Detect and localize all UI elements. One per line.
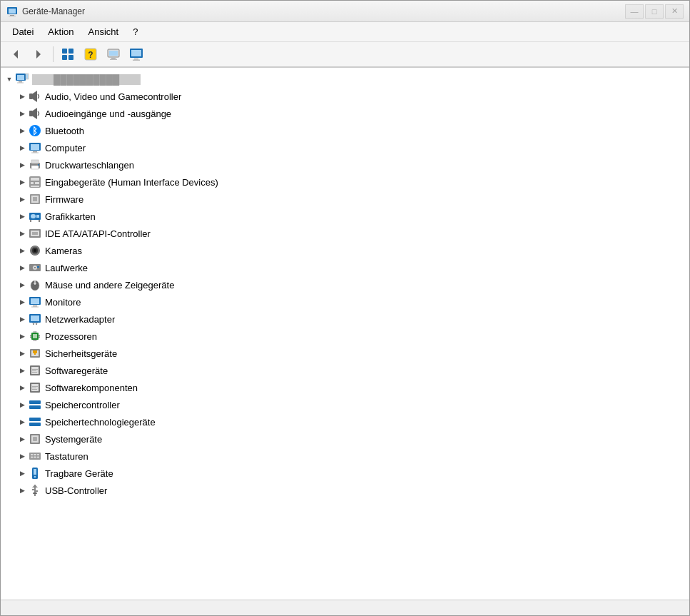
tree-item-drive[interactable]: Laufwerke <box>1 259 689 276</box>
tree-item-firmware[interactable]: Firmware <box>1 191 689 208</box>
svg-rect-115 <box>31 457 33 458</box>
tree-item-monitor[interactable]: Monitore <box>1 293 689 310</box>
svg-rect-125 <box>33 493 37 494</box>
tree-item-portable[interactable]: Tragbare Geräte <box>1 465 689 482</box>
expand-toggle-security[interactable] <box>16 348 28 359</box>
tree-item-storage-ctrl[interactable]: Speichercontroller <box>1 396 689 413</box>
expand-toggle-drive[interactable] <box>16 262 28 273</box>
label-system: Systemgeräte <box>45 434 102 445</box>
expand-toggle-ide[interactable] <box>16 228 28 239</box>
icon-software-comp <box>28 380 42 395</box>
tree-item-storage-tech[interactable]: Speichertechnologiegeräte <box>1 413 689 430</box>
expand-toggle-hid[interactable] <box>16 176 28 188</box>
label-security: Sicherheitsgeräte <box>45 348 117 359</box>
help-button[interactable]: ? <box>80 44 101 64</box>
svg-rect-93 <box>32 370 36 371</box>
expand-toggle-portable[interactable] <box>16 468 28 479</box>
hidden-devices-button[interactable] <box>103 44 124 64</box>
label-bluetooth: Bluetooth <box>45 126 84 136</box>
tree-item-security[interactable]: Sicherheitsgeräte <box>1 345 689 362</box>
svg-rect-38 <box>31 160 39 163</box>
expand-toggle-camera[interactable] <box>16 245 28 256</box>
label-mouse: Mäuse und andere Zeigegeräte <box>45 280 174 291</box>
tree-item-hid[interactable]: Eingabegeräte (Human Interface Devices) <box>1 173 689 191</box>
close-button[interactable]: ✕ <box>665 4 684 19</box>
label-cpu: Prozessoren <box>45 331 97 342</box>
expand-toggle-storage-ctrl[interactable] <box>16 399 28 410</box>
expand-toggle-storage-tech[interactable] <box>16 416 28 428</box>
scan-button[interactable] <box>126 44 147 64</box>
expand-toggle-software-dev[interactable] <box>16 365 28 376</box>
expand-toggle-keyboard[interactable] <box>16 450 28 462</box>
svg-rect-79 <box>30 337 31 338</box>
tree-item-software-comp[interactable]: Softwarekomponenten <box>1 379 689 396</box>
minimize-button[interactable]: — <box>625 4 644 19</box>
svg-rect-18 <box>134 59 138 60</box>
expand-toggle-network[interactable] <box>16 313 28 325</box>
tree-item-bluetooth[interactable]: ᛒ Bluetooth <box>1 122 689 139</box>
svg-rect-104 <box>29 418 41 421</box>
hidden-icon <box>106 47 121 61</box>
svg-rect-21 <box>17 75 24 80</box>
tree-item-camera[interactable]: Kameras <box>1 242 689 259</box>
expand-toggle-audioin[interactable] <box>16 108 28 119</box>
tree-item-ide[interactable]: IDE ATA/ATAPI-Controller <box>1 225 689 242</box>
root-expand-toggle[interactable] <box>4 74 15 85</box>
back-icon <box>9 48 22 61</box>
icon-mouse <box>28 278 42 292</box>
tree-item-audio[interactable]: Audio, Video und Gamecontroller <box>1 88 689 105</box>
tree-root-item[interactable]: ██████████ <box>1 71 689 88</box>
expand-toggle-firmware[interactable] <box>16 193 28 205</box>
expand-toggle-gpu[interactable] <box>16 211 28 222</box>
tree-item-computer[interactable]: Computer <box>1 139 689 156</box>
icon-audioin <box>28 106 42 121</box>
help-icon: ? <box>83 47 98 61</box>
tree-item-print[interactable]: Druckwarteschlangen <box>1 156 689 173</box>
window-controls: — □ ✕ <box>625 4 684 19</box>
svg-point-66 <box>34 283 36 284</box>
root-label: ██████████ <box>32 74 141 85</box>
expand-toggle-audio[interactable] <box>16 91 28 102</box>
menu-aktion[interactable]: Aktion <box>41 24 81 40</box>
svg-rect-33 <box>31 144 39 150</box>
tree-item-gpu[interactable]: Grafikkarten <box>1 208 689 225</box>
tree-item-cpu[interactable]: Prozessoren <box>1 328 689 345</box>
expand-toggle-cpu[interactable] <box>16 330 28 342</box>
label-hid: Eingabegeräte (Human Interface Devices) <box>45 177 218 188</box>
menu-datei[interactable]: Datei <box>5 24 41 40</box>
tree-item-mouse[interactable]: Mäuse und andere Zeigegeräte <box>1 276 689 293</box>
back-button[interactable] <box>5 44 26 64</box>
svg-rect-114 <box>37 454 39 455</box>
tree-item-network[interactable]: Netzwerkadapter <box>1 310 689 328</box>
icon-cpu <box>28 329 42 343</box>
menu-ansicht[interactable]: Ansicht <box>81 24 126 40</box>
expand-toggle-system[interactable] <box>16 433 28 445</box>
svg-rect-116 <box>34 457 36 458</box>
expand-toggle-monitor[interactable] <box>16 296 28 308</box>
expand-toggle-print[interactable] <box>16 159 28 171</box>
expand-toggle-computer[interactable] <box>16 142 28 153</box>
svg-rect-74 <box>36 323 37 325</box>
menu-bar: Datei Aktion Ansicht ? <box>1 22 689 42</box>
svg-rect-80 <box>39 335 40 336</box>
tree-item-keyboard[interactable]: Tastaturen <box>1 448 689 465</box>
svg-rect-22 <box>19 81 22 83</box>
expand-toggle-software-comp[interactable] <box>16 382 28 393</box>
tree-item-audioin[interactable]: Audioeingänge und -ausgänge <box>1 105 689 122</box>
expand-toggle-usb[interactable] <box>16 485 28 496</box>
show-by-type-button[interactable] <box>57 44 78 64</box>
svg-rect-42 <box>31 182 34 184</box>
svg-rect-92 <box>32 369 38 370</box>
forward-button[interactable] <box>28 44 49 64</box>
toolbar: ? <box>1 42 689 68</box>
icon-keyboard <box>28 449 42 463</box>
tree-item-system[interactable]: Systemgeräte <box>1 430 689 448</box>
tree-item-usb[interactable]: USB-Controller <box>1 482 689 499</box>
svg-rect-49 <box>31 214 36 218</box>
expand-toggle-mouse[interactable] <box>16 279 28 291</box>
menu-help[interactable]: ? <box>126 24 145 40</box>
maximize-button[interactable]: □ <box>645 4 664 19</box>
tree-item-software-dev[interactable]: Softwaregeräte <box>1 362 689 379</box>
label-keyboard: Tastaturen <box>45 451 88 462</box>
expand-toggle-bluetooth[interactable] <box>16 125 28 136</box>
